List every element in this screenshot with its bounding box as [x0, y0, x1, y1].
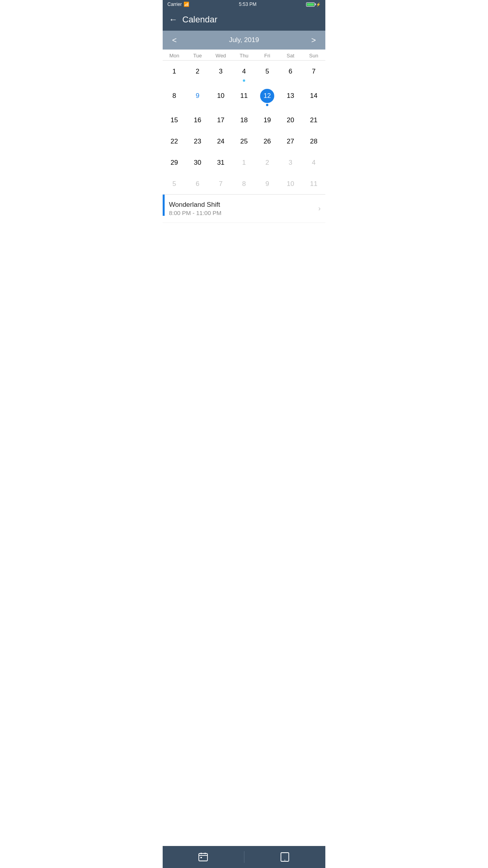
day-cell-aug-10[interactable]: 10 [279, 173, 302, 194]
day-cell-aug-1[interactable]: 1 [232, 152, 255, 173]
calendar-container: Mon Tue Wed Thu Fri Sat Sun 1 2 3 4 5 6 … [163, 50, 325, 194]
header: ← Calendar [163, 9, 325, 31]
calendar-grid: 1 2 3 4 5 6 7 8 9 10 11 12 13 14 15 16 1… [163, 61, 325, 194]
day-cell-6[interactable]: 6 [279, 61, 302, 85]
carrier-label: Carrier [167, 2, 182, 7]
charging-icon: ⚡ [316, 2, 321, 7]
day-header-sat: Sat [279, 53, 302, 59]
wifi-icon: 📶 [183, 2, 189, 7]
day-cell-1[interactable]: 1 [163, 61, 186, 85]
day-cell-17[interactable]: 17 [209, 109, 232, 131]
month-navigation: < July, 2019 > [163, 31, 325, 50]
day-header-sun: Sun [302, 53, 325, 59]
event-info: Wonderland Shift 8:00 PM - 11:00 PM [163, 201, 315, 216]
day-cell-9[interactable]: 9 [186, 85, 209, 109]
chevron-right-icon: › [318, 204, 321, 213]
day-cell-31[interactable]: 31 [209, 152, 232, 173]
day-cell-11[interactable]: 11 [232, 85, 255, 109]
day-cell-24[interactable]: 24 [209, 131, 232, 152]
day-header-tue: Tue [186, 53, 209, 59]
day-cell-29[interactable]: 29 [163, 152, 186, 173]
day-cell-19[interactable]: 19 [256, 109, 279, 131]
event-item-wonderland[interactable]: Wonderland Shift 8:00 PM - 11:00 PM › [163, 195, 325, 223]
day-cell-7[interactable]: 7 [302, 61, 325, 85]
day-cell-18[interactable]: 18 [232, 109, 255, 131]
day-cell-15[interactable]: 15 [163, 109, 186, 131]
day-cell-21[interactable]: 21 [302, 109, 325, 131]
day-cell-22[interactable]: 22 [163, 131, 186, 152]
battery-icon [306, 2, 315, 7]
day-cell-27[interactable]: 27 [279, 131, 302, 152]
carrier-info: Carrier 📶 [167, 2, 189, 7]
day-cell-5[interactable]: 5 [256, 61, 279, 85]
day-cell-14[interactable]: 14 [302, 85, 325, 109]
day-cell-aug-7[interactable]: 7 [209, 173, 232, 194]
event-color-indicator [163, 195, 165, 216]
day-cell-aug-6[interactable]: 6 [186, 173, 209, 194]
page-title: Calendar [182, 15, 217, 25]
day-cell-28[interactable]: 28 [302, 131, 325, 152]
day-cell-12-today[interactable]: 12 [256, 85, 279, 109]
day-cell-aug-9[interactable]: 9 [256, 173, 279, 194]
day-cell-23[interactable]: 23 [186, 131, 209, 152]
back-button[interactable]: ← [169, 15, 178, 25]
day-header-fri: Fri [256, 53, 279, 59]
day-headers: Mon Tue Wed Thu Fri Sat Sun [163, 50, 325, 61]
event-list: Wonderland Shift 8:00 PM - 11:00 PM › [163, 195, 325, 223]
status-bar: Carrier 📶 5:53 PM ⚡ [163, 0, 325, 9]
prev-month-button[interactable]: < [169, 34, 180, 46]
day-cell-10[interactable]: 10 [209, 85, 232, 109]
day-cell-aug-11[interactable]: 11 [302, 173, 325, 194]
month-year-label: July, 2019 [229, 36, 259, 44]
day-cell-20[interactable]: 20 [279, 109, 302, 131]
day-cell-aug-5[interactable]: 5 [163, 173, 186, 194]
day-cell-2[interactable]: 2 [186, 61, 209, 85]
battery-indicator: ⚡ [306, 2, 321, 7]
day-cell-25[interactable]: 25 [232, 131, 255, 152]
day-cell-30[interactable]: 30 [186, 152, 209, 173]
day-cell-aug-8[interactable]: 8 [232, 173, 255, 194]
day-header-thu: Thu [232, 53, 255, 59]
day-cell-aug-3[interactable]: 3 [279, 152, 302, 173]
day-header-wed: Wed [209, 53, 232, 59]
day-cell-8[interactable]: 8 [163, 85, 186, 109]
day-cell-13[interactable]: 13 [279, 85, 302, 109]
event-name: Wonderland Shift [169, 201, 315, 209]
day-cell-16[interactable]: 16 [186, 109, 209, 131]
event-time: 8:00 PM - 11:00 PM [169, 210, 315, 216]
time-display: 5:53 PM [239, 2, 257, 7]
day-cell-4[interactable]: 4 [232, 61, 255, 85]
day-cell-aug-4[interactable]: 4 [302, 152, 325, 173]
day-header-mon: Mon [163, 53, 186, 59]
day-cell-aug-2[interactable]: 2 [256, 152, 279, 173]
day-cell-26[interactable]: 26 [256, 131, 279, 152]
next-month-button[interactable]: > [308, 34, 319, 46]
day-cell-3[interactable]: 3 [209, 61, 232, 85]
